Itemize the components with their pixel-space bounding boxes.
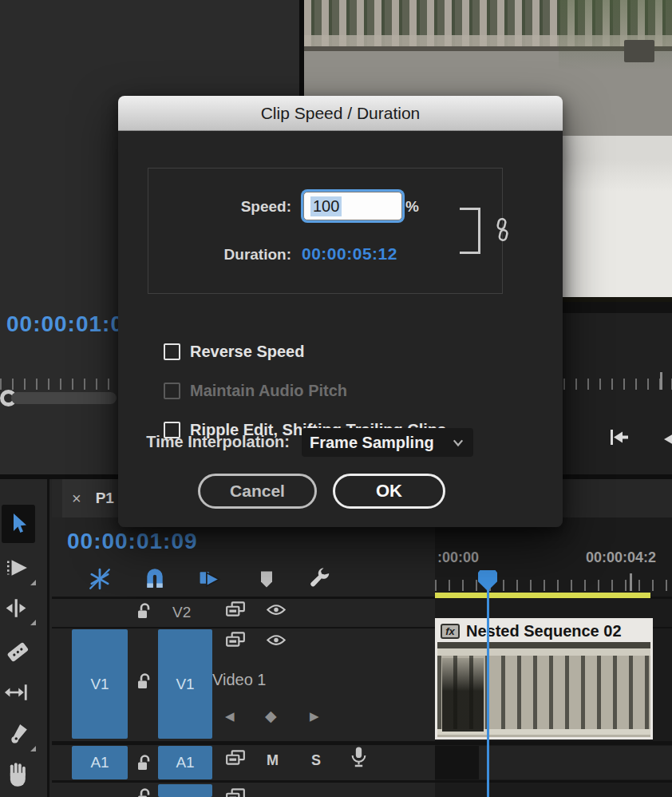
work-area-bar[interactable] [435, 593, 650, 598]
ripple-edit-tool-button[interactable] [3, 597, 29, 622]
hand-tool-icon [6, 762, 30, 787]
a2-track-target-button[interactable] [158, 784, 212, 797]
tab-close-icon[interactable]: × [72, 490, 81, 506]
microphone-icon [350, 746, 368, 768]
a1-target-label: A1 [176, 754, 194, 771]
selection-tool-button[interactable] [2, 505, 35, 543]
previous-keyframe-button[interactable]: ◀ [225, 709, 235, 724]
dialog-titlebar[interactable]: Clip Speed / Duration [118, 96, 563, 131]
razor-tool-button[interactable] [5, 639, 30, 668]
ruler-label-0: :00:00 [437, 549, 479, 566]
linked-selection-button[interactable] [196, 569, 222, 593]
ruler-major-tick [630, 573, 632, 591]
video-foliage-area [559, 0, 672, 70]
linked-selection-icon [196, 569, 222, 590]
lock-open-icon [136, 672, 152, 691]
source-monitor-zoom-scrollbar[interactable] [11, 392, 117, 404]
reverse-speed-checkbox[interactable] [164, 343, 180, 360]
time-interpolation-value: Frame Sampling [310, 434, 451, 452]
tab-label: P1 [96, 490, 114, 507]
program-monitor-ruler[interactable] [563, 379, 672, 390]
razor-tool-icon [5, 639, 30, 664]
duration-value[interactable]: 00:00:05:12 [302, 244, 397, 264]
row-separator [52, 741, 672, 745]
source-patch-icon [225, 601, 246, 618]
tools-panel [0, 479, 49, 797]
a1-mute-button[interactable]: M [267, 752, 279, 769]
a1-lock-toggle[interactable] [136, 754, 152, 775]
source-monitor-timecode[interactable]: 00:00:01:0 [6, 311, 124, 337]
ok-button-label: OK [376, 481, 402, 502]
ripple-edit-icon [3, 597, 29, 619]
v1-source-patch-button[interactable] [225, 631, 246, 652]
link-toggle-button[interactable] [493, 217, 511, 246]
v2-track-target-button[interactable]: V2 [172, 604, 191, 621]
a2-lock-toggle[interactable] [136, 787, 152, 797]
wrench-icon [308, 567, 331, 590]
speed-label: Speed: [166, 198, 291, 216]
fx-badge: fx [441, 624, 460, 639]
a1-voiceover-record-button[interactable] [350, 746, 368, 771]
a1-source-patch-button[interactable] [225, 749, 246, 770]
speed-unit: % [405, 198, 429, 216]
timeline-settings-button[interactable] [308, 567, 331, 593]
v1-lock-toggle[interactable] [136, 672, 152, 694]
ruler-label-1: 00:00:04:2 [586, 549, 656, 566]
v1-track-target-button[interactable]: V1 [158, 629, 212, 739]
timeline-clip-nested-sequence[interactable]: fx Nested Sequence 02 [435, 618, 653, 740]
add-keyframe-button[interactable]: ◆ [265, 707, 277, 725]
go-to-in-button[interactable] [607, 426, 630, 452]
ok-button[interactable]: OK [333, 474, 445, 509]
v1-source-assign-button[interactable]: V1 [72, 629, 128, 739]
v2-source-patch-button[interactable] [225, 601, 246, 621]
clip-thumbnails [437, 648, 650, 735]
playhead-line[interactable] [487, 589, 489, 797]
maintain-audio-pitch-checkbox [164, 383, 180, 399]
speed-duration-link-bracket [460, 208, 480, 254]
tool-flyout-indicator [30, 746, 36, 751]
add-marker-button[interactable] [259, 569, 275, 593]
source-monitor-ruler[interactable] [0, 379, 117, 390]
dialog-body: Speed: 100 % Duration: 00:00:05:12 Rever… [118, 131, 563, 527]
lock-open-icon [136, 787, 152, 797]
time-interpolation-dropdown[interactable]: Frame Sampling [302, 428, 473, 457]
maintain-audio-pitch-label: Maintain Audio Pitch [190, 382, 347, 400]
v1-track-visibility-toggle[interactable] [266, 633, 287, 650]
source-patch-icon [225, 631, 246, 648]
step-back-button[interactable] [664, 430, 672, 452]
timeline-playhead-timecode[interactable]: 00:00:01:09 [67, 529, 198, 554]
snap-toggle-button[interactable] [144, 567, 166, 593]
speed-value: 100 [310, 196, 342, 216]
slip-tool-button[interactable] [3, 682, 29, 706]
a2-source-patch-button[interactable] [225, 787, 246, 797]
v1-track-name[interactable]: Video 1 [212, 671, 266, 689]
next-keyframe-button[interactable]: ▶ [310, 709, 319, 724]
selection-tool-icon [8, 512, 29, 536]
track-select-forward-tool-button[interactable] [5, 557, 29, 581]
premiere-app-window: 00:00:01:0 × P1 00:00:01:09 [0, 0, 672, 797]
chain-link-icon [493, 217, 511, 243]
track-select-forward-icon [5, 557, 29, 578]
lock-open-icon [136, 602, 152, 621]
v2-lock-toggle[interactable] [136, 602, 152, 624]
a1-audio-clip-start [435, 746, 479, 779]
pen-tool-button[interactable] [8, 722, 29, 751]
a1-source-assign-button[interactable]: A1 [72, 746, 128, 779]
step-back-icon [664, 430, 672, 449]
v2-track-visibility-toggle[interactable] [266, 603, 287, 620]
pen-tool-icon [8, 722, 29, 747]
cancel-button[interactable]: Cancel [198, 474, 317, 509]
a1-source-label: A1 [90, 754, 109, 771]
a1-track-target-button[interactable]: A1 [158, 746, 212, 779]
time-interpolation-label: Time Interpolation: [126, 433, 290, 451]
hand-tool-button[interactable] [6, 762, 30, 791]
dialog-title: Clip Speed / Duration [261, 104, 421, 123]
timeline-ruler[interactable] [435, 580, 672, 591]
program-ruler-major-tick [660, 372, 662, 390]
speed-input[interactable]: 100 [303, 192, 402, 220]
lock-open-icon [136, 754, 152, 772]
a1-solo-button[interactable]: S [311, 752, 321, 769]
fx-badge-label: fx [445, 626, 455, 636]
nest-toggle-button[interactable] [88, 567, 112, 594]
reverse-speed-label: Reverse Speed [190, 343, 304, 361]
